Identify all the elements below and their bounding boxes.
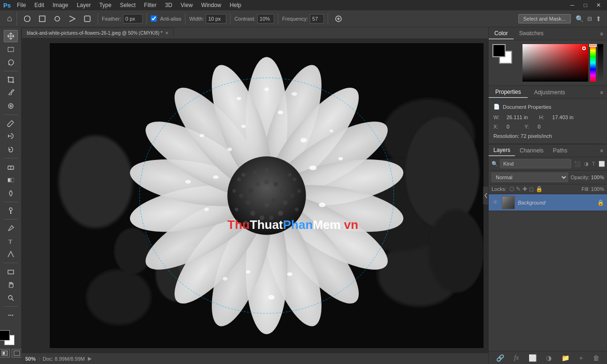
document-tab[interactable]: black-and-white-pictures-of-flowers-26-1… xyxy=(22,28,174,38)
menu-edit[interactable]: Edit xyxy=(31,1,48,9)
channels-tab[interactable]: Channels xyxy=(515,145,548,156)
color-panel-menu[interactable]: ≡ xyxy=(597,29,607,38)
marquee-tool[interactable] xyxy=(4,43,18,55)
panel-collapse-button[interactable] xyxy=(483,186,489,205)
lock-artboard-icon[interactable]: ◻ xyxy=(529,186,534,192)
frequency-label: Frequency: xyxy=(282,16,308,22)
hand-tool[interactable] xyxy=(4,279,18,291)
add-group-icon[interactable]: 📁 xyxy=(560,353,571,363)
layers-search-input[interactable] xyxy=(500,159,571,168)
delete-layer-icon[interactable]: 🗑 xyxy=(591,353,601,363)
filter-type-icon[interactable]: T xyxy=(591,160,596,167)
menu-type[interactable]: Type xyxy=(95,1,115,9)
tool-option-3[interactable] xyxy=(51,13,64,25)
lock-image-icon[interactable]: ✎ xyxy=(516,186,521,192)
properties-panel-menu[interactable]: ≡ xyxy=(597,88,607,97)
menu-image[interactable]: Image xyxy=(49,1,72,9)
menu-filter[interactable]: Filter xyxy=(140,1,161,9)
brush-tool[interactable] xyxy=(4,117,18,129)
history-brush-tool[interactable] xyxy=(4,144,18,156)
layer-fx-icon[interactable]: fx xyxy=(512,353,521,363)
layer-visibility-icon[interactable]: 👁 xyxy=(492,199,499,206)
adjustments-tab[interactable]: Adjustments xyxy=(528,87,572,98)
zoom-tool[interactable] xyxy=(4,292,18,304)
rectangle-shape-tool[interactable] xyxy=(4,265,18,278)
blur-tool[interactable] xyxy=(4,187,18,199)
lock-transparent-icon[interactable]: ⬡ xyxy=(509,186,514,192)
eyedropper-tool[interactable] xyxy=(4,87,18,99)
healing-tool[interactable] xyxy=(4,100,18,112)
width-input[interactable] xyxy=(206,14,226,23)
svg-point-101 xyxy=(232,189,236,193)
color-hue-slider[interactable] xyxy=(590,44,596,82)
width-label: Width: xyxy=(189,16,204,22)
move-tool[interactable] xyxy=(4,30,18,42)
filter-pixel-icon[interactable]: ⬛ xyxy=(573,160,582,167)
blend-mode-select[interactable]: Normal Multiply Screen Overlay xyxy=(492,173,568,182)
add-mask-icon[interactable]: ⬜ xyxy=(527,353,538,363)
properties-tabs: Properties Adjustments ≡ xyxy=(489,86,607,99)
svg-point-73 xyxy=(274,182,278,186)
paths-tab[interactable]: Paths xyxy=(548,145,572,156)
stylus-icon[interactable] xyxy=(332,13,345,25)
menu-view[interactable]: View xyxy=(177,1,197,9)
quick-mask-icon[interactable] xyxy=(0,349,10,357)
opacity-value[interactable]: 100% xyxy=(591,174,604,180)
arrange-icon[interactable]: ⊟ xyxy=(587,15,592,22)
home-icon[interactable]: ⌂ xyxy=(3,12,17,26)
swatches-tab[interactable]: Swatches xyxy=(514,28,549,39)
path-selection-tool[interactable] xyxy=(4,248,18,260)
feather-input[interactable] xyxy=(123,14,143,23)
color-tab[interactable]: Color xyxy=(489,28,514,39)
minimize-button[interactable]: ─ xyxy=(566,0,579,10)
menu-help[interactable]: Help xyxy=(226,1,245,9)
link-layers-icon[interactable]: 🔗 xyxy=(494,353,506,363)
layers-panel-menu[interactable]: ≡ xyxy=(597,146,607,155)
filter-adjust-icon[interactable]: ◑ xyxy=(583,160,590,167)
lock-all-icon[interactable]: 🔒 xyxy=(536,186,543,192)
lasso-tool-icon[interactable] xyxy=(21,13,34,25)
close-button[interactable]: ✕ xyxy=(592,0,605,10)
tab-close-button[interactable]: × xyxy=(165,30,168,36)
gradient-tool[interactable] xyxy=(4,174,18,186)
tool-option-4[interactable] xyxy=(66,13,79,25)
layers-tab[interactable]: Layers xyxy=(489,145,515,156)
contrast-input[interactable] xyxy=(257,14,274,23)
lock-position-icon[interactable]: ✚ xyxy=(522,186,527,192)
color-alpha-slider[interactable] xyxy=(598,44,603,82)
add-adjustment-icon[interactable]: ◑ xyxy=(544,353,553,363)
frequency-input[interactable] xyxy=(310,14,324,23)
anti-alias-checkbox[interactable] xyxy=(151,15,157,22)
type-tool[interactable]: T xyxy=(4,235,18,247)
share-icon[interactable]: ⬆ xyxy=(596,15,601,23)
status-arrow[interactable]: ▶ xyxy=(88,356,92,362)
canvas-inner[interactable]: ThuThuatPhanMem.vn xyxy=(50,43,484,348)
tool-option-2[interactable] xyxy=(36,13,49,25)
maximize-button[interactable]: □ xyxy=(579,0,592,10)
search-icon[interactable]: 🔍 xyxy=(576,15,584,23)
select-and-mask-button[interactable]: Select and Mask... xyxy=(518,14,571,23)
fill-value[interactable]: 100% xyxy=(591,186,604,192)
layer-lock-icon[interactable]: 🔒 xyxy=(597,199,604,206)
dodge-tool[interactable] xyxy=(4,205,18,217)
clone-stamp-tool[interactable] xyxy=(4,130,18,143)
menu-layer[interactable]: Layer xyxy=(73,1,94,9)
menu-3d[interactable]: 3D xyxy=(161,1,176,9)
foreground-color-swatch[interactable] xyxy=(0,330,10,341)
layer-item-background[interactable]: 👁 Background 🔒 xyxy=(489,194,607,211)
menu-select[interactable]: Select xyxy=(116,1,139,9)
foreground-color-box[interactable] xyxy=(492,44,506,57)
crop-tool[interactable] xyxy=(4,74,18,86)
color-gradient-picker[interactable] xyxy=(522,44,588,82)
properties-tab[interactable]: Properties xyxy=(489,87,528,98)
eraser-tool[interactable] xyxy=(4,161,18,173)
lasso-tool[interactable] xyxy=(4,56,18,68)
tool-option-5[interactable] xyxy=(81,13,94,25)
screen-mode-icon[interactable] xyxy=(12,349,22,357)
pen-tool[interactable] xyxy=(4,222,18,234)
more-tools[interactable] xyxy=(4,309,18,321)
menu-window[interactable]: Window xyxy=(198,1,225,9)
menu-file[interactable]: File xyxy=(13,1,30,9)
filter-shape-icon[interactable]: ⬜ xyxy=(598,160,606,167)
add-layer-icon[interactable]: + xyxy=(577,353,585,363)
